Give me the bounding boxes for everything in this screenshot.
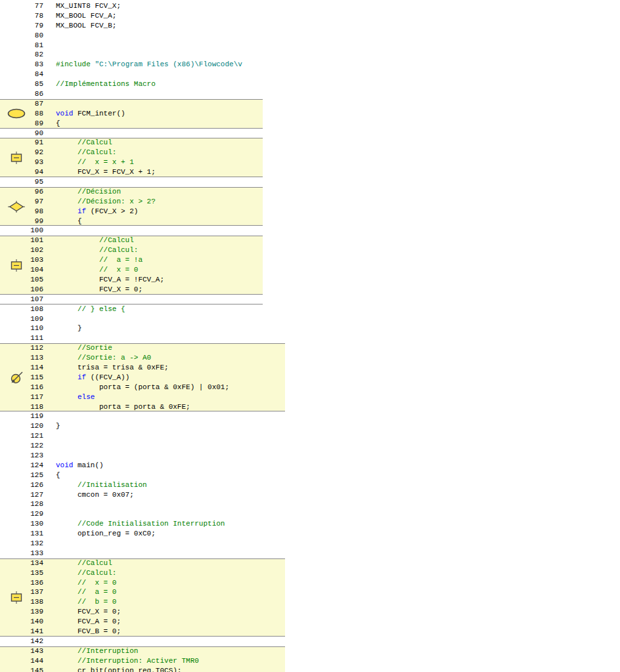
begin-icon[interactable] <box>7 108 26 119</box>
calculation-icon[interactable] <box>9 152 24 164</box>
decision-icon[interactable] <box>7 201 26 213</box>
flowchart-icon-margin <box>0 0 620 672</box>
calculation-icon[interactable] <box>9 591 24 604</box>
calculation-icon[interactable] <box>9 259 24 272</box>
code-editor[interactable]: 77MX_UINT8 FCV_X;78MX_BOOL FCV_A;79MX_BO… <box>0 0 620 672</box>
output-icon[interactable] <box>8 371 25 384</box>
